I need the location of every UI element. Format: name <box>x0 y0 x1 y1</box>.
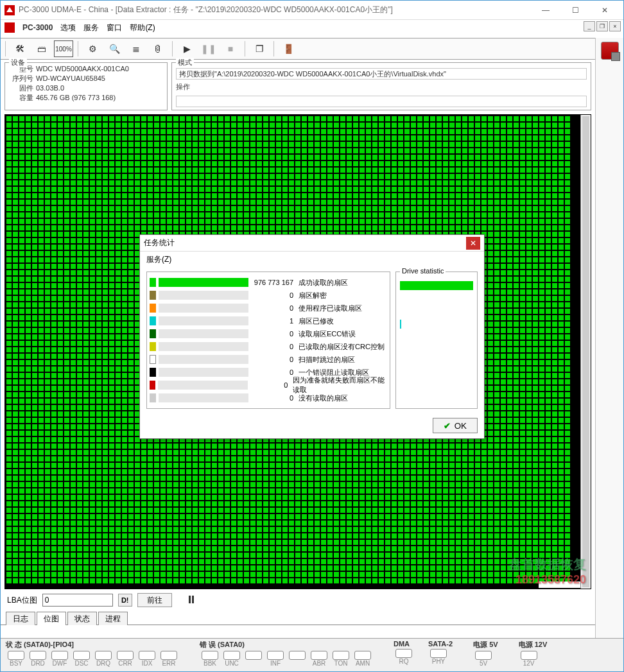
dialog-menu[interactable]: 服务(Z) <box>140 252 484 268</box>
tool-disk-icon[interactable]: 🗃 <box>32 40 51 57</box>
led-p5-0: 5V <box>473 651 494 667</box>
drive-stat-bar <box>400 281 473 290</box>
tool-pause-icon[interactable]: ❚❚ <box>199 40 218 57</box>
stat-label: 读取扇区ECC错误 <box>299 329 356 339</box>
tool-filter-icon[interactable]: ≣ <box>126 40 146 57</box>
tab-process[interactable]: 进程 <box>98 612 128 625</box>
tool-config-icon[interactable]: ⚙ <box>83 40 102 57</box>
tab-bitmap[interactable]: 位图 <box>37 612 66 625</box>
stat-row-2: 0使用程序已读取扇区 <box>150 302 387 314</box>
led-error-7: AMN <box>352 651 373 667</box>
maximize-button[interactable]: ☐ <box>560 1 590 19</box>
tool-db-icon[interactable]: 🛢 <box>148 40 168 57</box>
stat-bar <box>158 381 248 390</box>
lba-d-button[interactable]: D! <box>118 594 132 607</box>
device-panel-title: 设备 <box>9 58 27 67</box>
main-window: PC-3000 UDMA-E - China - [Data Extractor… <box>0 0 624 672</box>
stat-swatch <box>150 278 156 287</box>
led-state-1: DRD <box>28 651 48 667</box>
mdi-restore[interactable]: ❐ <box>596 21 608 31</box>
status-power12-title: 电源 12V <box>519 640 548 650</box>
tool-search-icon[interactable]: 🔍 <box>105 40 124 57</box>
goto-button[interactable]: 前往 <box>137 593 172 607</box>
right-tool-icon[interactable] <box>601 42 619 60</box>
stat-swatch <box>150 291 156 300</box>
led-dma-0: RQ <box>394 649 414 665</box>
led-state-6: IDX <box>137 651 157 667</box>
tool-stop-icon[interactable]: ■ <box>221 40 240 57</box>
tool-play-icon[interactable]: ▶ <box>177 40 196 57</box>
status-group-error: 错 误 (SATA0) BBKUNCINFABRTONAMN <box>200 640 373 670</box>
menu-item-options[interactable]: 选项 <box>60 22 76 33</box>
stat-label: 使用程序已读取扇区 <box>299 304 362 313</box>
info-bar: 设备 型号WDC WD5000AAKX-001CA0 序列号WD-WCAYUAU… <box>1 60 595 113</box>
stat-bar <box>159 355 248 364</box>
operation-value <box>176 96 587 107</box>
tab-status[interactable]: 状态 <box>67 612 97 625</box>
mode-panel-title: 模式 <box>176 58 194 67</box>
dialog-close-button[interactable]: ✕ <box>466 237 480 250</box>
tool-exit-icon[interactable]: 🚪 <box>279 40 298 57</box>
stat-row-4: 0读取扇区ECC错误 <box>150 327 387 340</box>
stats-panel: 976 773 167成功读取的扇区0扇区解密0使用程序已读取扇区1扇区已修改0… <box>146 271 390 409</box>
led-error-2 <box>243 651 264 667</box>
stat-swatch <box>150 393 156 402</box>
stat-label: 因为准备就绪失败而扇区不能读取 <box>293 375 387 395</box>
stat-bar <box>159 342 248 351</box>
menu-app-label[interactable]: PC-3000 <box>22 23 53 32</box>
status-dma-title: DMA <box>394 640 414 648</box>
ok-button[interactable]: ✔OK <box>433 418 478 433</box>
led-state-4: DRQ <box>93 651 114 667</box>
led-error-1: UNC <box>221 651 242 667</box>
stat-bar <box>159 368 248 377</box>
lba-label: LBA位图 <box>7 595 37 606</box>
right-toolstrip <box>595 38 623 638</box>
menu-item-help[interactable]: 帮助(Z) <box>130 22 155 33</box>
stat-swatch <box>150 316 156 325</box>
operation-label: 操作 <box>176 82 587 92</box>
led-error-6: TON <box>331 651 351 667</box>
tool-tools-icon[interactable]: 🛠 <box>10 40 30 57</box>
led-state-3: DSC <box>71 651 92 667</box>
status-sata2-title: SATA-2 <box>428 640 453 648</box>
led-error-5: ABR <box>309 651 329 667</box>
led-state-2: DWF <box>49 651 70 667</box>
stat-value: 0 <box>251 330 296 338</box>
stat-label: 已读取的扇区没有CRC控制 <box>299 342 385 352</box>
dialog-titlebar[interactable]: 任务统计 ✕ <box>140 235 484 252</box>
led-state-0: BSY <box>6 651 26 667</box>
stat-swatch <box>150 368 156 377</box>
mdi-minimize[interactable]: _ <box>584 21 595 31</box>
mode-value: 拷贝数据到"A:\2019\20200320-WDC WD5000AAKX-00… <box>176 68 587 80</box>
status-group-dma: DMA RQ <box>394 640 414 670</box>
mdi-buttons: _ ❐ × <box>584 21 621 31</box>
menu-item-service[interactable]: 服务 <box>83 22 99 33</box>
device-panel: 设备 型号WDC WD5000AAKX-001CA0 序列号WD-WCAYUAU… <box>4 62 168 110</box>
stat-value: 0 <box>251 291 296 299</box>
check-icon: ✔ <box>444 421 451 431</box>
mdi-close[interactable]: × <box>609 21 621 31</box>
tool-percent-icon[interactable]: 100% <box>54 40 73 57</box>
status-group-power12: 电源 12V 12V <box>519 640 548 670</box>
led-p12-0: 12V <box>519 651 539 667</box>
stat-row-0: 976 773 167成功读取的扇区 <box>150 276 387 289</box>
tool-copy-icon[interactable]: ❐ <box>250 40 269 57</box>
menu-item-window[interactable]: 窗口 <box>107 22 122 33</box>
minimize-button[interactable]: — <box>531 1 560 19</box>
stat-value: 0 <box>250 381 291 389</box>
led-error-0: BBK <box>200 651 220 667</box>
tab-log[interactable]: 日志 <box>6 612 35 625</box>
stat-label: 没有读取的扇区 <box>299 393 348 403</box>
led-state-5: CRR <box>115 651 135 667</box>
drive-stat-tick <box>400 320 401 329</box>
led-error-4 <box>287 651 308 667</box>
pause-indicator[interactable] <box>189 596 194 605</box>
value-capacity: 465.76 GB (976 773 168) <box>36 93 116 103</box>
status-state-title: 状 态 (SATA0)-[PIO4] <box>6 640 179 650</box>
close-button[interactable]: ✕ <box>590 1 620 19</box>
map-scrollbar[interactable] <box>580 115 591 589</box>
label-capacity: 容量 <box>9 93 36 103</box>
menu-app-icon <box>4 22 15 33</box>
stat-bar <box>159 393 248 402</box>
lba-input[interactable] <box>42 594 113 607</box>
